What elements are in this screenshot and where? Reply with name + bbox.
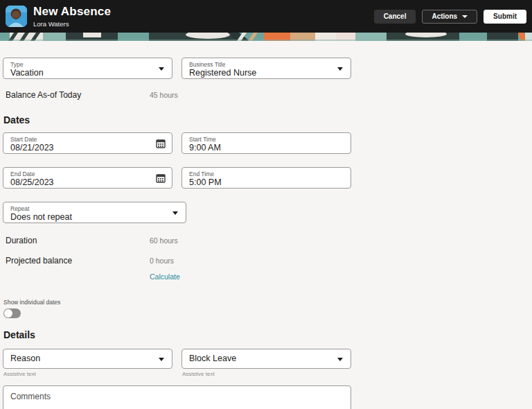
end-date-value: 08/25/2023 bbox=[10, 177, 152, 188]
end-time-field[interactable]: End Time 5:00 PM bbox=[181, 167, 351, 189]
calendar-icon[interactable] bbox=[156, 139, 166, 148]
start-date-label: Start Date bbox=[10, 136, 152, 143]
page-subtitle: Lora Waters bbox=[33, 20, 111, 28]
absence-form: Type Vacation Business Title Registered … bbox=[0, 41, 352, 409]
duration-value: 60 hours bbox=[150, 236, 178, 245]
end-time-label: End Time bbox=[189, 171, 331, 177]
type-value: Vacation bbox=[10, 68, 152, 78]
repeat-row: Repeat Does not repeat bbox=[3, 202, 351, 223]
dates-section-title: Dates bbox=[3, 114, 352, 125]
duration-row: Duration 60 hours bbox=[3, 236, 351, 245]
show-individual-dates-label: Show individual dates bbox=[3, 299, 352, 306]
leave-category-select[interactable]: Block Leave bbox=[181, 349, 351, 369]
actions-menu-button[interactable]: Actions bbox=[422, 10, 477, 24]
comments-input[interactable] bbox=[3, 385, 351, 409]
details-row: Reason Assistive text Block Leave Assist… bbox=[3, 349, 351, 377]
details-section-title: Details bbox=[3, 329, 352, 340]
reason-select[interactable]: Reason bbox=[3, 349, 172, 369]
calendar-icon[interactable] bbox=[156, 173, 166, 183]
balance-value: 45 hours bbox=[150, 91, 178, 99]
projected-balance-row: Projected balance 0 hours bbox=[3, 256, 351, 266]
leave-category-group: Block Leave Assistive text bbox=[181, 349, 351, 377]
end-time-value: 5:00 PM bbox=[189, 177, 331, 188]
start-time-label: Start Time bbox=[189, 136, 331, 143]
balance-label: Balance As-of Today bbox=[3, 90, 150, 100]
chevron-down-icon bbox=[337, 67, 343, 71]
projected-balance-value: 0 hours bbox=[150, 256, 174, 265]
actions-menu-label: Actions bbox=[432, 12, 457, 20]
show-individual-dates-toggle[interactable] bbox=[3, 308, 21, 318]
business-title-select[interactable]: Business Title Registered Nurse bbox=[181, 58, 351, 79]
chevron-down-icon bbox=[172, 211, 178, 215]
header-actions: Cancel Actions Submit bbox=[374, 10, 526, 24]
cancel-button[interactable]: Cancel bbox=[374, 10, 416, 24]
start-time-value: 9:00 AM bbox=[189, 143, 331, 153]
reason-assistive-text: Assistive text bbox=[3, 371, 172, 377]
repeat-label: Repeat bbox=[10, 205, 166, 212]
chevron-down-icon bbox=[159, 358, 164, 361]
type-label: Type bbox=[10, 61, 152, 68]
reason-group: Reason Assistive text bbox=[3, 349, 172, 377]
projected-balance-label: Projected balance bbox=[3, 256, 150, 266]
type-select[interactable]: Type Vacation bbox=[3, 58, 172, 79]
balance-row: Balance As-of Today 45 hours bbox=[3, 90, 351, 100]
decorative-banner bbox=[0, 33, 532, 41]
end-date-label: End Date bbox=[10, 171, 152, 177]
spacer bbox=[195, 202, 351, 223]
page-title: New Absence bbox=[33, 5, 111, 18]
toggle-knob bbox=[4, 309, 12, 317]
start-date-value: 08/21/2023 bbox=[10, 143, 152, 153]
start-time-field[interactable]: Start Time 9:00 AM bbox=[181, 132, 351, 154]
reason-value: Reason bbox=[10, 354, 40, 364]
duration-label: Duration bbox=[3, 236, 150, 245]
start-row: Start Date 08/21/2023 Start Time 9:00 AM bbox=[3, 132, 351, 154]
repeat-value: Does not repeat bbox=[10, 212, 166, 223]
chevron-down-icon bbox=[337, 358, 343, 361]
repeat-select[interactable]: Repeat Does not repeat bbox=[3, 202, 186, 223]
business-title-label: Business Title bbox=[189, 61, 331, 68]
chevron-down-icon bbox=[159, 67, 164, 71]
chevron-down-icon bbox=[462, 15, 468, 18]
business-title-value: Registered Nurse bbox=[189, 68, 331, 78]
type-row: Type Vacation Business Title Registered … bbox=[3, 58, 351, 79]
user-avatar bbox=[6, 6, 27, 27]
end-row: End Date 08/25/2023 End Time 5:00 PM bbox=[3, 167, 351, 189]
leave-category-value: Block Leave bbox=[189, 354, 236, 364]
leave-category-assistive-text: Assistive text bbox=[181, 371, 351, 377]
page-header: New Absence Lora Waters Cancel Actions S… bbox=[0, 0, 532, 33]
submit-button[interactable]: Submit bbox=[484, 10, 526, 24]
calculate-link[interactable]: Calculate bbox=[150, 272, 180, 281]
end-date-field[interactable]: End Date 08/25/2023 bbox=[3, 167, 172, 189]
calculate-row: Calculate bbox=[3, 272, 351, 281]
start-date-field[interactable]: Start Date 08/21/2023 bbox=[3, 132, 172, 154]
